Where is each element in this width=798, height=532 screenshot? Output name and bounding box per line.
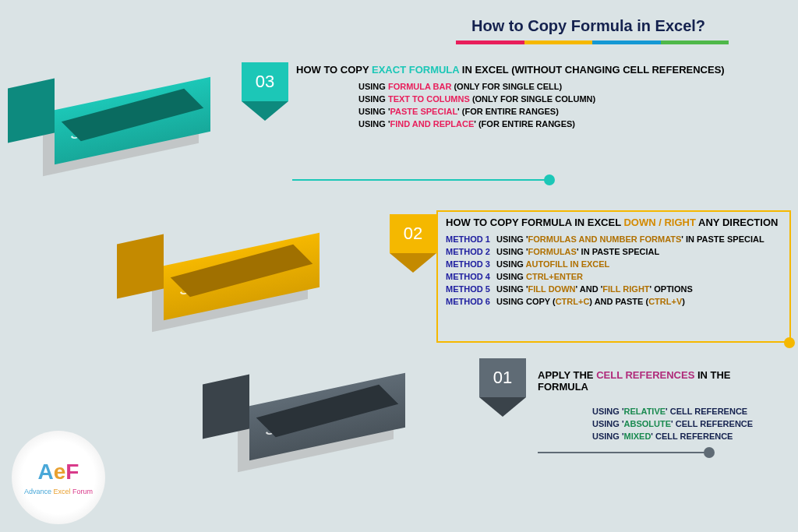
step-2-item: METHOD 6 USING COPY (CTRL+C) AND PASTE (…: [446, 297, 782, 306]
logo-art: AeF: [38, 460, 79, 484]
step-2-dot: [784, 337, 795, 348]
step-3-heading: HOW TO COPY EXACT FORMULA IN EXCEL (WITH…: [296, 64, 779, 76]
step-1-content: APPLY THE CELL REFERENCES IN THE FORMULA…: [530, 365, 787, 449]
step-3-underline: [292, 179, 549, 181]
step-3-arrow: [242, 101, 288, 121]
step-3-number: 03: [242, 62, 288, 101]
step-2-item: METHOD 3 USING AUTOFILL IN EXCEL: [446, 259, 782, 269]
step-1-number: 01: [479, 358, 526, 397]
step-1-item: USING 'MIXED' CELL REFERENCE: [592, 432, 779, 441]
step-1-arrow: [479, 397, 526, 417]
rainbow-divider: [456, 41, 729, 44]
step-2-heading: HOW TO COPY FORMULA IN EXCEL DOWN / RIGH…: [446, 217, 782, 228]
step-3-dot: [544, 174, 555, 185]
step-2-item: METHOD 5 USING 'FILL DOWN' AND 'FILL RIG…: [446, 284, 782, 294]
step-3-item: USING 'FIND AND REPLACE' (FOR ENTIRE RAN…: [358, 119, 779, 129]
step-1-dot: [704, 447, 715, 458]
step-2-item: METHOD 2 USING 'FORMULAS' IN PASTE SPECI…: [446, 247, 782, 256]
step-2-item: METHOD 4 USING CTRL+ENTER: [446, 272, 782, 281]
step-2-arrow: [390, 253, 436, 273]
logo-text: Advance Excel Forum: [24, 488, 93, 495]
logo: AeF Advance Excel Forum: [12, 431, 105, 524]
step-3-item: USING 'PASTE SPECIAL' (FOR ENTIRE RANGES…: [358, 107, 779, 116]
step-2-content: HOW TO COPY FORMULA IN EXCEL DOWN / RIGH…: [436, 210, 791, 343]
step-3-content: HOW TO COPY EXACT FORMULA IN EXCEL (WITH…: [288, 59, 787, 136]
step-1-item: USING 'ABSOLUTE' CELL REFERENCE: [592, 419, 779, 428]
step-2-item: METHOD 1 USING 'FORMULAS AND NUMBER FORM…: [446, 234, 782, 244]
step-1-item: USING 'RELATIVE' CELL REFERENCE: [592, 407, 779, 416]
page-title: How to Copy Formula in Excel?: [471, 17, 705, 35]
step-3-item: USING FORMULA BAR (ONLY FOR SINGLE CELL): [358, 82, 779, 91]
step-2-number: 02: [390, 214, 436, 253]
step-3-item: USING TEXT TO COLUMNS (ONLY FOR SINGLE C…: [358, 94, 779, 104]
step-1-underline: [538, 452, 709, 453]
step-1-heading: APPLY THE CELL REFERENCES IN THE FORMULA: [538, 369, 779, 393]
